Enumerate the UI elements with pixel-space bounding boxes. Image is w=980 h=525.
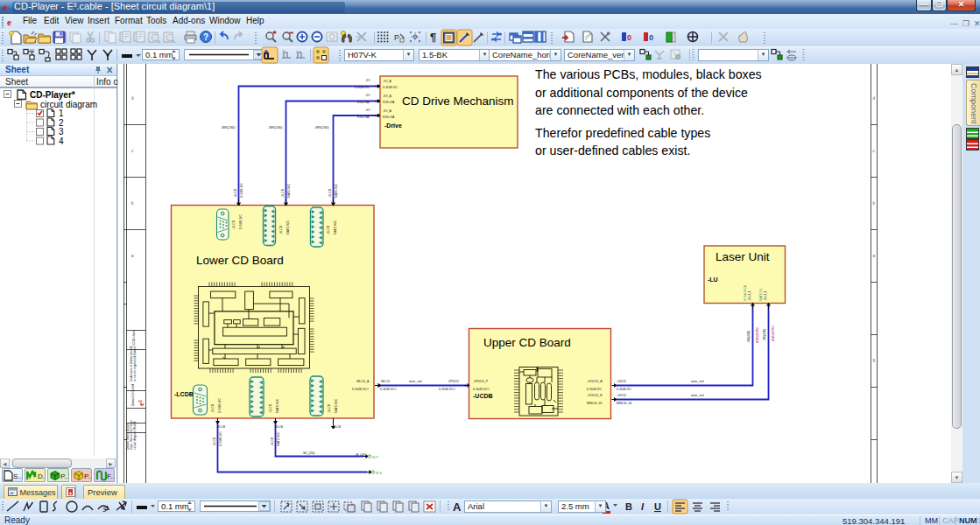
svg-text:trademark of Zuken GmbH: trademark of Zuken GmbH	[130, 346, 133, 382]
svg-text:-I/O: -I/O	[365, 94, 370, 97]
svg-text:2: 2	[59, 118, 64, 128]
svg-text:3L*7: 3L*7	[372, 456, 378, 459]
svg-text:+5VCD: +5VCD	[617, 380, 627, 383]
svg-text:3: 3	[102, 507, 106, 513]
svg-text:e³: e³	[137, 400, 145, 406]
svg-text:-I/O_A: -I/O_A	[383, 109, 392, 113]
svg-text:-XLCB: -XLCB	[213, 437, 216, 446]
svg-text:Zuken E3 GmbH: Zuken E3 GmbH	[131, 383, 135, 406]
svg-text:-XLCB: -XLCB	[232, 220, 236, 229]
svg-text:D-SUB-9/C: D-SUB-9/C	[218, 397, 222, 413]
svg-text:D-SUB-9/C#: D-SUB-9/C#	[352, 388, 369, 391]
svg-text:A: A	[453, 500, 462, 514]
svg-text:e: e	[3, 2, 7, 12]
svg-text:-W_(20): -W_(20)	[355, 453, 365, 457]
svg-text:are connected with each other.: are connected with each other.	[535, 103, 704, 117]
svg-text:or additional components of th: or additional components of the device	[535, 86, 748, 100]
svg-text:0: 0	[649, 33, 653, 42]
svg-text:D-SUB-9/C: D-SUB-9/C	[239, 214, 243, 229]
svg-text:3L*6: 3L*6	[376, 472, 382, 475]
svg-text:Lower CD Board: Lower CD Board	[196, 254, 284, 267]
svg-text:D-SUB-9/C#: D-SUB-9/C#	[380, 388, 397, 391]
svg-text:MATE-N/C: MATE-N/C	[276, 398, 279, 413]
svg-text:-W5(230): -W5(230)	[763, 329, 766, 341]
svg-text:D-SUB-9/C: D-SUB-9/C	[587, 388, 603, 391]
svg-text:-XPUCD: -XPUCD	[448, 380, 460, 383]
svg-text:-XLCB: -XLCB	[274, 425, 284, 429]
svg-text:9: 9	[873, 359, 876, 363]
svg-text:d: d	[131, 96, 134, 101]
svg-text:MATE-N/C: MATE-N/C	[286, 220, 290, 234]
svg-text:D-SUB-9/C: D-SUB-9/C	[383, 86, 398, 89]
svg-text:Upper CD Board: Upper CD Board	[483, 336, 571, 349]
svg-text:S-Sub-MCA: S-Sub-MCA	[744, 284, 747, 301]
svg-text:-WLCD_A: -WLCD_A	[356, 380, 370, 383]
svg-text:-XOUCD_B: -XOUCD_B	[587, 394, 603, 397]
svg-text:D-SUB-9/C#: D-SUB-9/C#	[439, 388, 455, 391]
svg-text:-I/O: -I/O	[365, 108, 370, 112]
svg-text:a: a	[873, 254, 876, 258]
svg-text:-XLCB: -XLCB	[332, 425, 342, 429]
svg-text:e: e	[7, 17, 11, 27]
svg-text:-XLCB: -XLCB	[328, 403, 331, 413]
svg-text:-XLCB: -XLCB	[327, 225, 330, 234]
svg-text:3: 3	[59, 127, 64, 136]
svg-text:-WLCD: -WLCD	[380, 380, 391, 383]
svg-text:CD Drive Mechanism: CD Drive Mechanism	[402, 94, 514, 108]
svg-text:or user-defined cables exist.: or user-defined cables exist.	[535, 144, 690, 158]
svg-text:-XLCB: -XLCB	[269, 403, 272, 413]
svg-text:I: I	[641, 501, 645, 512]
svg-text:wire_set: wire_set	[691, 379, 705, 383]
svg-text:D-SUB-9/C: D-SUB-9/C	[355, 86, 370, 89]
svg-text:MATE-N/C: MATE-N/C	[277, 431, 280, 446]
svg-text:-W9(230): -W9(230)	[221, 125, 236, 130]
svg-text:RXD-9/A: RXD-9/A	[383, 116, 395, 119]
svg-text:1: 1	[59, 108, 64, 118]
svg-text:RXD-9/A: RXD-9/A	[357, 101, 370, 104]
svg-text:U: U	[654, 501, 661, 512]
svg-text:Therefor predefined cable type: Therefor predefined cable types	[535, 126, 710, 140]
svg-text:-LCDB sheet: -LCDB sheet	[132, 331, 136, 347]
svg-text:-XLCB: -XLCB	[211, 403, 215, 413]
svg-text:-W9(230): -W9(230)	[314, 125, 329, 130]
svg-text:P: P	[394, 33, 399, 42]
svg-text:MINI-KL-26: MINI-KL-26	[587, 402, 602, 405]
svg-text:¶: ¶	[430, 31, 436, 44]
svg-text:AWG20/RD: AWG20/RD	[772, 326, 775, 341]
svg-text:-I/O_A: -I/O_A	[383, 80, 392, 83]
svg-text:Laser Unit: Laser Unit	[716, 250, 770, 263]
svg-text:-XLU_1: -XLU_1	[764, 290, 767, 301]
svg-text:-Drive: -Drive	[384, 122, 402, 129]
svg-text:-XLU_1: -XLU_1	[748, 290, 751, 301]
svg-text:-UCDB: -UCDB	[473, 393, 493, 399]
svg-text:a: a	[131, 254, 134, 258]
svg-text:-LU: -LU	[708, 276, 718, 283]
svg-text:D-SUB-9/C: D-SUB-9/C	[219, 430, 222, 446]
svg-text:MATE-N/C: MATE-N/C	[287, 183, 291, 198]
svg-text:e³.series registered Zuken: e³.series registered Zuken	[133, 346, 137, 382]
svg-text:RXD-9/A: RXD-9/A	[357, 116, 370, 119]
svg-text:b: b	[131, 201, 134, 206]
svg-text:0.1 mm: 0.1 mm	[145, 50, 173, 60]
svg-text:circuit diagram: circuit diagram	[40, 100, 97, 109]
svg-text:MATE-N/C: MATE-N/C	[335, 398, 338, 413]
svg-text:-XLCB: -XLCB	[279, 225, 283, 234]
svg-text:D-SUB-9/C: D-SUB-9/C	[617, 388, 632, 391]
svg-text:D-SUB-9/C#: D-SUB-9/C#	[473, 388, 490, 391]
svg-text:+5VCD: +5VCD	[617, 394, 627, 397]
svg-text:MATE-N/C: MATE-N/C	[335, 183, 338, 198]
svg-text:-W5(230): -W5(230)	[747, 331, 751, 343]
svg-text:b: b	[873, 201, 876, 206]
svg-text:AWG20/BN: AWG20/BN	[756, 327, 759, 343]
svg-text:-XOUCD_A: -XOUCD_A	[587, 380, 603, 383]
svg-text:B: B	[625, 501, 632, 512]
svg-text:0.1 mm: 0.1 mm	[161, 501, 189, 511]
svg-text:-XLCB: -XLCB	[281, 188, 285, 198]
svg-text:MATE-RL: MATE-RL	[759, 288, 763, 301]
svg-text:-XLCB: -XLCB	[328, 188, 332, 198]
svg-text:d: d	[873, 96, 876, 101]
svg-text:CD-Player*: CD-Player*	[30, 90, 75, 100]
svg-text:-XLCB: -XLCB	[216, 425, 226, 429]
svg-text:-XLCB: -XLCB	[234, 188, 237, 198]
svg-text:MATE-N/C: MATE-N/C	[334, 220, 337, 234]
